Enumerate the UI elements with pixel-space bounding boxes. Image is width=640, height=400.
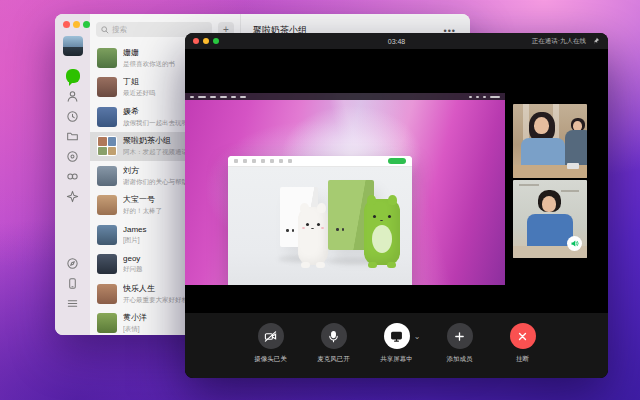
- group-avatar: [97, 136, 117, 156]
- profile-avatar[interactable]: [63, 36, 83, 56]
- close-icon: [516, 330, 529, 343]
- monitor-icon: [390, 330, 403, 343]
- sidebar-item-phone[interactable]: [66, 276, 80, 290]
- sidebar-item-search-discover[interactable]: [66, 189, 80, 203]
- invite-button[interactable]: 添加成员: [438, 323, 482, 364]
- sidebar-item-favorites[interactable]: [66, 109, 80, 123]
- mic-icon: [327, 330, 340, 343]
- files-icon: [66, 130, 79, 143]
- search-placeholder: 搜索: [112, 25, 127, 35]
- avatar: [97, 313, 117, 333]
- video-call-window: 03:48 正在通话·九人在线: [185, 33, 608, 378]
- wechat-traffic-lights: [55, 21, 90, 28]
- favorites-icon: [66, 110, 79, 123]
- shared-screen-area: [185, 49, 505, 313]
- avatar: [97, 77, 117, 97]
- control-label: 添加成员: [447, 355, 473, 364]
- sidebar-item-chats[interactable]: [66, 69, 80, 83]
- shared-app-green-button[interactable]: [388, 158, 406, 164]
- participant-video-1[interactable]: [513, 104, 587, 178]
- control-label: 共享屏幕中: [380, 355, 413, 364]
- camera-off-icon: [264, 330, 277, 343]
- mic-button[interactable]: 麦克风已开: [312, 323, 356, 364]
- control-label: 摄像头已关: [254, 355, 287, 364]
- call-control-bar: 摄像头已关麦克风已开⌄共享屏幕中添加成员挂断: [185, 313, 608, 378]
- phone-icon: [66, 277, 79, 290]
- call-status: 正在通话·九人在线: [532, 37, 586, 46]
- call-titlebar: 03:48 正在通话·九人在线: [185, 33, 608, 49]
- avatar: [97, 225, 117, 245]
- sidebar-item-files[interactable]: [66, 129, 80, 143]
- control-label: 麦克风已开: [317, 355, 350, 364]
- chats-icon: [66, 69, 80, 83]
- sidebar-item-channels[interactable]: [66, 256, 80, 270]
- miniprogram-icon: [66, 170, 79, 183]
- speaker-icon: [570, 239, 579, 248]
- apple-menu-icon: [190, 96, 194, 98]
- white-mascot: [298, 207, 328, 265]
- moments-icon: [66, 150, 79, 163]
- pin-icon[interactable]: [592, 37, 600, 45]
- participants-strip: [505, 49, 608, 313]
- sidebar-item-moments[interactable]: [66, 149, 80, 163]
- screen-share-button[interactable]: ⌄共享屏幕中: [375, 323, 419, 364]
- avatar: [97, 284, 117, 304]
- avatar: [97, 166, 117, 186]
- search-discover-icon: [66, 190, 79, 203]
- contacts-icon: [66, 90, 79, 103]
- control-label: 挂断: [516, 355, 529, 364]
- shared-app-toolbar: [228, 156, 412, 167]
- wechat-nav-rail: [55, 14, 90, 335]
- sidebar-item-miniprogram[interactable]: [66, 169, 80, 183]
- sidebar-item-contacts[interactable]: [66, 89, 80, 103]
- minimize-window-button[interactable]: [73, 21, 80, 28]
- avatar: [97, 107, 117, 127]
- avatar: [97, 195, 117, 215]
- zoom-window-button[interactable]: [83, 21, 90, 28]
- desktop: 搜索 + 姗姗是很喜欢你送的书丁姐最近还好吗媛希放假我们一起出去玩呀聚啦奶茶小组…: [0, 0, 640, 400]
- chevron-down-icon[interactable]: ⌄: [414, 332, 421, 341]
- avatar: [97, 254, 117, 274]
- shared-menubar: [185, 93, 505, 100]
- participant-1-background-person: [563, 118, 587, 168]
- channels-icon: [66, 257, 79, 270]
- participant-2-person: [527, 190, 573, 248]
- shared-app-window: [228, 156, 412, 285]
- camera-button[interactable]: 摄像头已关: [249, 323, 293, 364]
- sidebar-item-menu[interactable]: [66, 296, 80, 310]
- mascot-scene: [228, 167, 412, 285]
- shared-desktop-wallpaper: [185, 93, 505, 285]
- green-mascot: [364, 199, 400, 265]
- close-window-button[interactable]: [63, 21, 70, 28]
- search-icon: [101, 26, 109, 34]
- plus-icon: [453, 330, 466, 343]
- hangup-button[interactable]: 挂断: [501, 323, 545, 364]
- active-speaker-indicator: [567, 236, 582, 251]
- participant-video-2[interactable]: [513, 180, 587, 258]
- menu-icon: [66, 297, 79, 310]
- menubar-clock: [490, 96, 500, 98]
- avatar: [97, 48, 117, 68]
